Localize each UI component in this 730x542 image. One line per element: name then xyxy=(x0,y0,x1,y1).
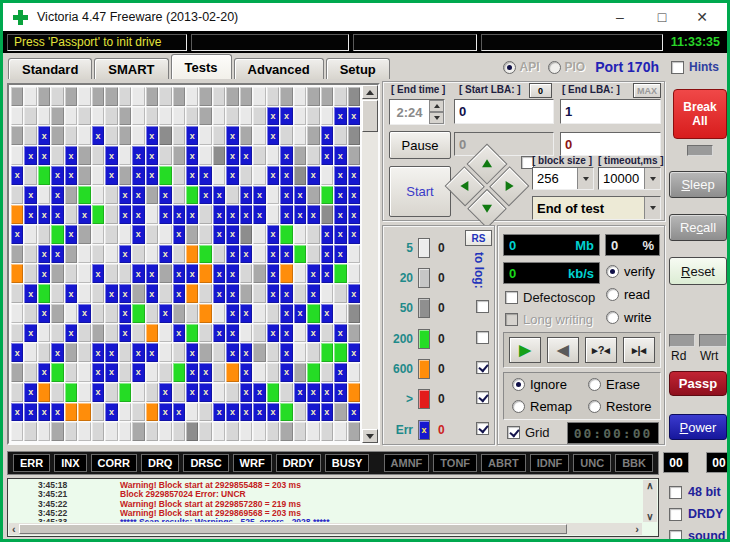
block-cell: x xyxy=(334,363,346,382)
log-checkbox[interactable] xyxy=(476,422,489,435)
scroll-thumb[interactable] xyxy=(362,100,378,132)
spin-up-button[interactable] xyxy=(429,100,444,112)
block-cell xyxy=(159,126,171,145)
seek-error-button[interactable]: ▸?◂ xyxy=(585,337,617,363)
block-cell xyxy=(280,126,292,145)
reset-button[interactable]: Reset xyxy=(669,257,727,285)
log-checkbox[interactable] xyxy=(476,361,489,374)
close-button[interactable]: ✕ xyxy=(687,3,717,30)
end-lba-input[interactable]: 1 xyxy=(560,99,661,124)
scroll-right-icon[interactable]: › xyxy=(635,523,639,535)
tab-tests[interactable]: Tests xyxy=(171,54,232,79)
log-checkbox[interactable] xyxy=(476,391,489,404)
radio-erase[interactable] xyxy=(588,378,601,391)
scroll-up-button[interactable] xyxy=(362,85,378,99)
tab-advanced[interactable]: Advanced xyxy=(234,58,324,79)
tab-standard[interactable]: Standard xyxy=(8,58,92,79)
dropdown-arrow-icon[interactable] xyxy=(644,197,660,219)
radio-write[interactable] xyxy=(606,311,619,324)
play-button[interactable]: ▶ xyxy=(509,337,541,363)
radio-restore[interactable] xyxy=(588,400,601,413)
action-erase[interactable]: Erase xyxy=(588,377,640,392)
hscroll-thumb[interactable] xyxy=(19,524,567,534)
log-checkbox[interactable] xyxy=(476,331,489,344)
timeout-select[interactable]: 10000 xyxy=(598,167,661,190)
action-remap[interactable]: Remap xyxy=(512,399,572,414)
radio-ignore[interactable] xyxy=(512,378,525,391)
long-writing-check[interactable]: Long writing xyxy=(505,312,593,327)
transport-bar: ▶◀▸?◂▸|◂ xyxy=(503,332,661,368)
start-lba-input[interactable]: 0 xyxy=(454,99,554,124)
radio-remap[interactable] xyxy=(512,400,525,413)
start-button[interactable]: Start xyxy=(389,166,451,217)
block-cell: x xyxy=(267,245,279,264)
block-cell xyxy=(267,343,279,362)
block-cell xyxy=(78,146,90,165)
block-cell xyxy=(65,343,77,362)
log-hscrollbar[interactable]: ‹ › xyxy=(9,523,642,535)
minimize-button[interactable]: – xyxy=(605,3,635,30)
step-back-button[interactable]: ◀ xyxy=(547,337,579,363)
block-cell: x xyxy=(119,324,131,343)
scroll-left-icon[interactable]: ‹ xyxy=(12,523,16,535)
radio-verify[interactable] xyxy=(606,265,619,278)
pause-button[interactable]: Pause xyxy=(389,131,451,159)
grid-check[interactable]: Grid xyxy=(507,425,550,440)
dropdown-arrow-icon[interactable] xyxy=(577,168,593,189)
sleep-button[interactable]: Sleep xyxy=(669,171,727,198)
radio-read[interactable] xyxy=(606,288,619,301)
block-cell xyxy=(119,146,131,165)
long-writing-checkbox[interactable] xyxy=(505,313,518,326)
block-cell: x xyxy=(226,264,238,283)
mode-verify[interactable]: verify xyxy=(606,264,655,279)
block-cell xyxy=(132,403,144,422)
defectoscop-checkbox[interactable] xyxy=(505,291,518,304)
recall-button[interactable]: Recall xyxy=(669,214,727,241)
power-button[interactable]: Power xyxy=(669,414,727,440)
break-all-button[interactable]: Break All xyxy=(673,89,727,139)
block-cell: x xyxy=(321,146,333,165)
mode-read[interactable]: read xyxy=(606,287,650,302)
checkbox[interactable] xyxy=(669,508,682,521)
mode-write[interactable]: write xyxy=(606,310,651,325)
api-radio[interactable] xyxy=(503,61,516,74)
spin-down-button[interactable] xyxy=(429,112,444,124)
tab-smart[interactable]: SMART xyxy=(94,58,168,79)
checkbox[interactable] xyxy=(669,530,682,542)
log-lines[interactable]: 3:45:18Warning! Block start at 292985548… xyxy=(8,481,642,522)
action-restore[interactable]: Restore xyxy=(588,399,652,414)
check-sound[interactable]: sound xyxy=(669,528,726,542)
log-vscrollbar[interactable]: ∧ ∨ xyxy=(643,480,657,522)
end-time-spinner[interactable]: 2:24 xyxy=(389,99,445,125)
seek-end-button[interactable]: ▸|◂ xyxy=(623,337,655,363)
checkbox[interactable] xyxy=(669,486,682,499)
scroll-down-icon[interactable]: ∨ xyxy=(646,511,653,522)
pio-radio[interactable] xyxy=(548,61,561,74)
dropdown-arrow-icon[interactable] xyxy=(644,168,660,189)
maximize-button[interactable]: □ xyxy=(647,3,677,30)
tab-setup[interactable]: Setup xyxy=(326,58,390,79)
max-lba-button[interactable]: MAX xyxy=(633,83,661,98)
block-cell xyxy=(51,107,63,126)
defectoscop-check[interactable]: Defectoscop xyxy=(505,290,595,305)
log-checkbox[interactable] xyxy=(476,300,489,313)
grid-scrollbar[interactable] xyxy=(362,85,378,443)
block-cell xyxy=(24,107,36,126)
check-drdy[interactable]: DRDY xyxy=(669,506,723,522)
check-48-bit[interactable]: 48 bit xyxy=(669,484,721,500)
block-cell xyxy=(119,225,131,244)
end-of-test-select[interactable]: End of test xyxy=(532,196,661,220)
scroll-up-icon[interactable]: ∧ xyxy=(646,480,653,491)
grid-checkbox[interactable] xyxy=(507,426,520,439)
start-lba-quick-button[interactable]: 0 xyxy=(529,83,552,98)
block-cell xyxy=(11,422,23,441)
block-cell xyxy=(146,304,158,323)
passport-button[interactable]: Passp xyxy=(669,371,727,396)
scroll-down-button[interactable] xyxy=(362,429,378,443)
action-ignore[interactable]: Ignore xyxy=(512,377,567,392)
stat-row: 50 xyxy=(383,238,494,260)
hints-checkbox[interactable] xyxy=(671,61,684,74)
block-cell xyxy=(267,363,279,382)
block-cell xyxy=(173,383,185,402)
block-size-select[interactable]: 256 xyxy=(532,167,594,190)
